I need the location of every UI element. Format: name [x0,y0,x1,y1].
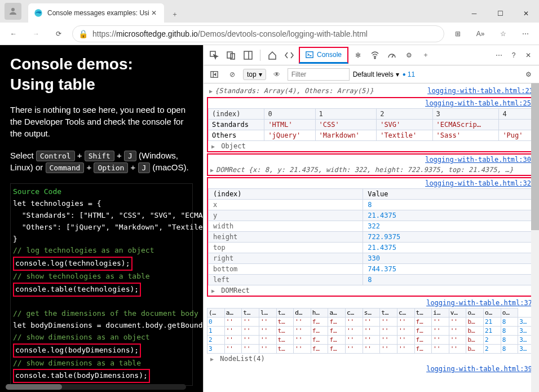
page-h1-line2: Using table [10,76,193,94]
profile-button[interactable] [5,3,21,20]
source-link[interactable]: logging-with-table.html:37 [426,299,532,307]
clear-console-icon[interactable]: ⊘ [225,67,240,82]
url-field[interactable]: 🔒 https://microsoftedge.github.io/Demos/… [72,25,444,42]
source-link[interactable]: logging-with-table.html:23 [427,87,533,95]
expand-arrow-icon[interactable]: ▶ [209,88,213,94]
window-titlebar: Console messages examples: Usi ✕ ＋ ─ ☐ ✕ [0,0,539,23]
key-shift: Shift [85,151,114,161]
console-tab-label: Console [317,51,342,59]
network-tab-icon[interactable] [368,48,382,63]
source-code-title: Source Code [13,186,190,198]
close-window-button[interactable]: ✕ [513,5,539,23]
devtools-panel: Console ✻ ⚙ ＋ ⋯ ? ✕ ⊘ top ▾ 👁 Default le… [203,45,539,392]
console-output: ▶ {Standards: Array(4), Others: Array(5)… [204,83,539,392]
live-expression-icon[interactable]: 👁 [270,67,284,82]
minimize-button[interactable]: ─ [461,5,487,23]
devtools-menu-icon[interactable]: ⋯ [492,48,506,63]
console-table-domrect: logging-with-table.html:32 (index)Valuex… [207,177,536,297]
object-preview: DOMRect {x: 8, y: 21.4375, width: 322, h… [216,166,513,174]
inspect-element-icon[interactable] [207,48,222,63]
source-link[interactable]: logging-with-table.html:32 [425,179,531,187]
source-link[interactable]: logging-with-table.html:25 [425,99,531,107]
read-aloud-icon[interactable]: A» [471,25,489,43]
svg-point-0 [11,8,15,11]
highlight-console-log-dim: console.log(bodyDimensions); [13,343,141,358]
table-summary[interactable]: ▶ NodeList(4) [207,354,536,364]
highlight-console-table-tech: console.table(technologies); [13,283,141,297]
url-host: microsoftedge.github.io [116,29,198,38]
object-preview: {Standards: Array(4), Others: Array(5)} [215,87,374,95]
key-control: Control [36,151,75,161]
console-icon [306,51,313,59]
maximize-button[interactable]: ☐ [487,5,513,23]
console-table-technologies: logging-with-table.html:25 (index)01234S… [207,97,536,152]
tab-title: Console messages examples: Usi [47,9,149,17]
forward-button[interactable]: → [27,25,45,43]
key-option: Option [94,162,128,173]
console-toolbar: ⊘ top ▾ 👁 Default levels ▾ 11 ⚙ [204,65,539,83]
devtools-close-icon[interactable]: ✕ [521,48,536,63]
tab-close-icon[interactable]: ✕ [149,8,158,17]
performance-tab-icon[interactable] [385,48,399,63]
sidebar-toggle-icon[interactable] [207,67,222,82]
table-summary[interactable]: ▶ DOMRect [208,285,534,296]
svg-rect-5 [244,51,252,59]
devtools-tabbar: Console ✻ ⚙ ＋ ⋯ ? ✕ [204,45,539,65]
browser-tab[interactable]: Console messages examples: Usi ✕ [28,3,164,23]
console-message[interactable]: ▶ {Standards: Array(4), Others: Array(5)… [207,86,536,96]
elements-tab-icon[interactable] [282,48,297,63]
issues-badge[interactable]: 11 [403,71,415,78]
table-summary[interactable]: ▶ Object [208,141,534,151]
url-scheme: https:// [92,29,116,38]
svg-line-9 [392,55,394,58]
url-path: /Demos/devtools-console/logging-with-tab… [198,29,368,38]
more-icon[interactable]: ⋯ [516,25,534,43]
back-button[interactable]: ← [5,25,23,43]
favorite-icon[interactable]: ☆ [494,25,512,43]
key-command: Command [46,162,85,173]
dock-side-icon[interactable] [241,48,255,63]
refresh-button[interactable]: ⟳ [50,25,68,43]
expand-arrow-icon[interactable]: ▶ [210,167,214,173]
table[interactable]: (index)Valuex8y21.4375width322height722.… [208,188,534,285]
console-table-nodelist[interactable]: (…a…t…l…t…d…h…a…c…s…t…c…t…i…v…o…o…o…0'''… [207,308,536,354]
welcome-tab-icon[interactable] [265,48,280,63]
highlight-console-log-tech: console.log(technologies); [13,257,132,271]
console-message-domrect: logging-with-table.html:30 ▶ DOMRect {x:… [207,153,536,176]
table[interactable]: (index)01234Standards'HTML''CSS''SVG''EC… [208,108,534,141]
page-content: Console demos: Using table There is noth… [0,45,203,392]
source-link[interactable]: logging-with-table.html:39 [426,365,532,373]
edge-icon [34,8,43,17]
app-install-icon[interactable]: ⊞ [449,25,467,43]
console-tab[interactable]: Console [299,47,348,64]
source-code-block: Source Code let technologies = { "Standa… [10,183,193,386]
shortcut-text: Select Control + Shift + J (Windows, Lin… [10,149,193,173]
levels-dropdown[interactable]: Default levels ▾ [353,71,399,78]
key-j: J [124,151,136,161]
source-link[interactable]: logging-with-table.html:30 [425,156,531,164]
more-tabs-icon[interactable]: ＋ [418,48,433,63]
page-horizontal-scrollbar[interactable] [6,384,186,390]
filter-input[interactable] [288,68,350,81]
devtools-help-icon[interactable]: ? [506,48,521,63]
highlight-console-table-dim: console.table(bodyDimensions); [13,369,150,383]
svg-rect-3 [227,52,232,58]
settings-gear-icon[interactable]: ⚙ [401,48,416,63]
context-selector[interactable]: top ▾ [243,69,266,80]
page-h1-line1: Console demos: [10,55,193,73]
device-emulation-icon[interactable] [224,48,238,63]
intro-text: There is nothing to see here, you need t… [10,104,193,139]
lock-icon: 🔒 [78,29,88,38]
sources-tab-icon[interactable]: ✻ [351,48,365,63]
new-tab-button[interactable]: ＋ [166,6,183,23]
console-vertical-scrollbar[interactable] [531,83,539,392]
svg-point-8 [374,58,375,59]
console-settings-icon[interactable]: ⚙ [521,67,536,82]
key-j-2: J [138,162,151,173]
address-bar: ← → ⟳ 🔒 https://microsoftedge.github.io/… [0,23,539,45]
